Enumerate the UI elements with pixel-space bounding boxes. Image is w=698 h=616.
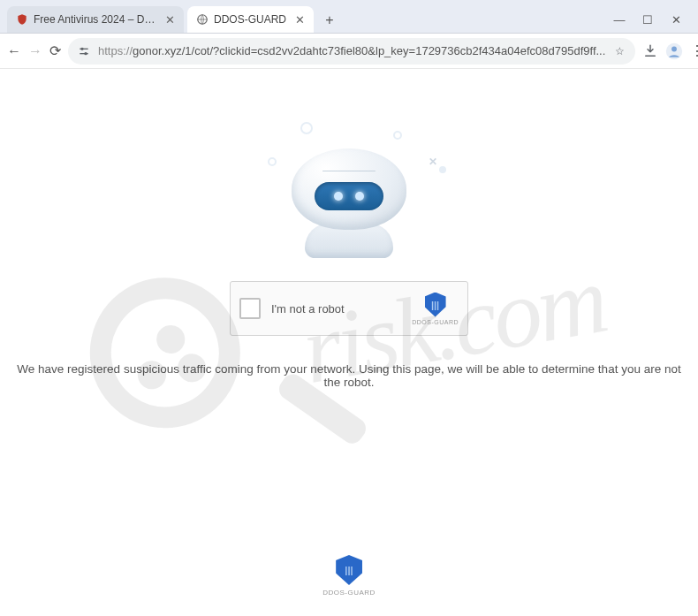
bubble-decor [439, 166, 446, 173]
minimize-icon[interactable]: — [613, 13, 626, 26]
address-bar[interactable]: https://gonor.xyz/1/cot/?clickid=csd2vv2… [68, 38, 635, 65]
browser-toolbar: ← → ⟳ https://gonor.xyz/1/cot/?clickid=c… [0, 34, 698, 69]
maximize-icon[interactable]: ☐ [641, 13, 654, 26]
bubble-decor [393, 131, 402, 140]
close-window-icon[interactable]: ✕ [670, 13, 682, 26]
url-text: https://gonor.xyz/1/cot/?clickid=csd2vv2… [98, 44, 605, 57]
reload-button[interactable]: ⟳ [49, 39, 61, 64]
brand-text: DDOS-GUARD [322, 589, 376, 597]
menu-kebab-icon[interactable]: ⋮ [690, 39, 698, 64]
svg-point-3 [80, 47, 83, 49]
x-decor: ✕ [429, 156, 437, 168]
back-button[interactable]: ← [7, 39, 21, 64]
close-icon[interactable]: ✕ [165, 13, 175, 27]
close-icon[interactable]: ✕ [295, 13, 305, 27]
tab-title: Free Antivirus 2024 – Downlo… [34, 13, 156, 26]
forward-button[interactable]: → [28, 39, 42, 64]
browser-titlebar: Free Antivirus 2024 – Downlo… ✕ DDOS-GUA… [0, 0, 698, 34]
globe-icon [196, 13, 209, 26]
bookmark-star-icon[interactable]: ☆ [612, 44, 626, 58]
profile-icon[interactable] [665, 39, 683, 64]
bubble-decor [300, 122, 313, 134]
tab-title: DDOS-GUARD [214, 13, 286, 26]
tab-strip: Free Antivirus 2024 – Downlo… ✕ DDOS-GUA… [7, 0, 604, 33]
window-controls: — ☐ ✕ [604, 13, 691, 33]
downloads-icon[interactable] [642, 39, 658, 64]
captcha-label: I'm not a robot [271, 302, 401, 316]
page-content: ✕ I'm not a robot ||| DDOS-GUARD We have… [0, 69, 698, 616]
site-settings-icon[interactable] [77, 44, 91, 58]
captcha-brand: ||| DDOS-GUARD [412, 293, 459, 325]
footer-brand: ||| DDOS-GUARD [322, 555, 376, 597]
shield-icon: ||| [336, 555, 362, 585]
tab-antivirus[interactable]: Free Antivirus 2024 – Downlo… ✕ [7, 6, 184, 33]
brand-text: DDOS-GUARD [412, 319, 459, 325]
robot-icon [287, 148, 411, 263]
robot-illustration: ✕ [252, 122, 446, 263]
tab-ddosguard[interactable]: DDOS-GUARD ✕ [187, 6, 314, 33]
captcha-box: I'm not a robot ||| DDOS-GUARD [230, 281, 468, 336]
notice-text: We have registered suspicious traffic co… [0, 362, 698, 389]
captcha-checkbox[interactable] [239, 298, 261, 319]
svg-point-6 [671, 46, 677, 51]
shield-red-icon [16, 13, 28, 26]
shield-icon: ||| [425, 293, 446, 317]
new-tab-button[interactable]: + [317, 8, 342, 33]
bubble-decor [268, 157, 277, 166]
svg-point-4 [84, 52, 87, 55]
